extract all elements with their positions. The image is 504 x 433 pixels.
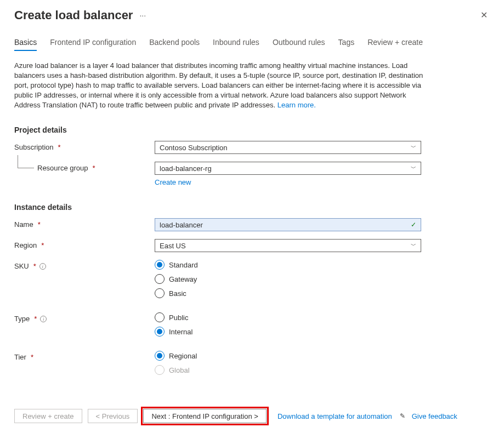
label-tier-text: Tier	[14, 353, 26, 361]
subscription-value: Contoso Subscription	[160, 144, 228, 152]
review-create-button[interactable]: Review + create	[14, 409, 82, 423]
tab-frontend[interactable]: Frontend IP configuration	[50, 38, 136, 51]
sku-option-basic[interactable]: Basic	[155, 288, 421, 298]
chevron-down-icon: ﹀	[411, 144, 416, 151]
panel-header: Create load balancer ··· ✕	[14, 8, 490, 22]
radio-icon	[155, 260, 165, 270]
radio-label: Internal	[169, 328, 192, 336]
name-input[interactable]: load-balancer ✓	[155, 218, 421, 231]
sku-radio-group: StandardGatewayBasic	[155, 260, 421, 298]
description-body: Azure load balancer is a layer 4 load ba…	[14, 61, 423, 109]
close-icon[interactable]: ✕	[478, 8, 490, 22]
radio-icon	[155, 327, 165, 337]
previous-button[interactable]: < Previous	[88, 409, 138, 423]
tab-review[interactable]: Review + create	[367, 38, 423, 51]
next-button[interactable]: Next : Frontend IP configuration >	[143, 409, 267, 423]
radio-icon	[155, 312, 165, 322]
radio-label: Basic	[169, 289, 186, 298]
tier-radio-group: RegionalGlobal	[155, 351, 421, 375]
subscription-select[interactable]: Contoso Subscription ﹀	[155, 141, 421, 154]
radio-icon	[155, 351, 165, 361]
label-region: Region*	[14, 239, 155, 249]
radio-icon	[155, 288, 165, 298]
give-feedback-link[interactable]: Give feedback	[412, 412, 457, 420]
label-sku-text: SKU	[14, 262, 29, 270]
radio-icon	[155, 365, 165, 375]
tab-bar: BasicsFrontend IP configurationBackend p…	[14, 38, 490, 51]
required-asterisk: *	[31, 353, 33, 361]
label-type: Type* i	[14, 312, 155, 323]
required-asterisk: *	[34, 315, 37, 323]
radio-label: Regional	[169, 352, 197, 360]
type-radio-group: PublicInternal	[155, 312, 421, 337]
label-resource-group-text: Resource group	[37, 164, 88, 172]
check-icon: ✓	[411, 221, 416, 229]
chevron-down-icon: ﹀	[411, 164, 416, 172]
download-template-link[interactable]: Download a template for automation	[278, 412, 392, 420]
section-instance-details: Instance details	[14, 203, 490, 212]
info-icon[interactable]: i	[40, 316, 47, 322]
label-name-text: Name	[14, 220, 33, 229]
label-resource-group: Resource group*	[14, 162, 155, 172]
region-select[interactable]: East US ﹀	[155, 239, 421, 252]
tab-inbound[interactable]: Inbound rules	[213, 38, 259, 51]
section-project-details: Project details	[14, 126, 490, 134]
label-subscription-text: Subscription	[14, 143, 54, 151]
chevron-down-icon: ﹀	[411, 242, 416, 249]
required-asterisk: *	[38, 220, 41, 229]
type-option-internal[interactable]: Internal	[155, 327, 421, 337]
tab-outbound[interactable]: Outbound rules	[273, 38, 325, 51]
required-asterisk: *	[33, 262, 36, 270]
label-name: Name*	[14, 218, 155, 229]
sku-option-standard[interactable]: Standard	[155, 260, 421, 270]
learn-more-link[interactable]: Learn more.	[278, 101, 316, 109]
tab-backend[interactable]: Backend pools	[149, 38, 200, 51]
radio-label: Standard	[169, 261, 198, 269]
create-new-link[interactable]: Create new	[155, 178, 191, 186]
info-icon[interactable]: i	[39, 263, 46, 270]
feedback-icon: ✎	[400, 412, 405, 420]
required-asterisk: *	[93, 164, 95, 172]
radio-label: Public	[169, 314, 188, 322]
page-title: Create load balancer	[14, 8, 133, 22]
label-tier: Tier*	[14, 351, 155, 361]
description-text: Azure load balancer is a layer 4 load ba…	[14, 61, 431, 110]
label-subscription: Subscription*	[14, 141, 155, 151]
radio-icon	[155, 274, 165, 284]
radio-label: Gateway	[169, 275, 197, 283]
label-type-text: Type	[14, 315, 30, 323]
tree-connector-icon	[18, 155, 34, 168]
label-region-text: Region	[14, 241, 37, 249]
tab-tags[interactable]: Tags	[338, 38, 355, 51]
radio-label: Global	[169, 366, 190, 374]
type-option-public[interactable]: Public	[155, 312, 421, 322]
required-asterisk: *	[58, 143, 61, 151]
more-actions-ellipsis[interactable]: ···	[139, 11, 146, 20]
sku-option-gateway[interactable]: Gateway	[155, 274, 421, 284]
tier-option-regional[interactable]: Regional	[155, 351, 421, 361]
region-value: East US	[160, 242, 186, 250]
name-value: load-balancer	[160, 221, 203, 229]
label-sku: SKU* i	[14, 260, 155, 270]
tab-basics[interactable]: Basics	[14, 38, 37, 51]
tier-option-global: Global	[155, 365, 421, 375]
required-asterisk: *	[41, 241, 44, 249]
footer-bar: Review + create < Previous Next : Fronte…	[14, 401, 490, 433]
resource-group-select[interactable]: load-balancer-rg ﹀	[155, 162, 421, 175]
resource-group-value: load-balancer-rg	[160, 164, 212, 173]
